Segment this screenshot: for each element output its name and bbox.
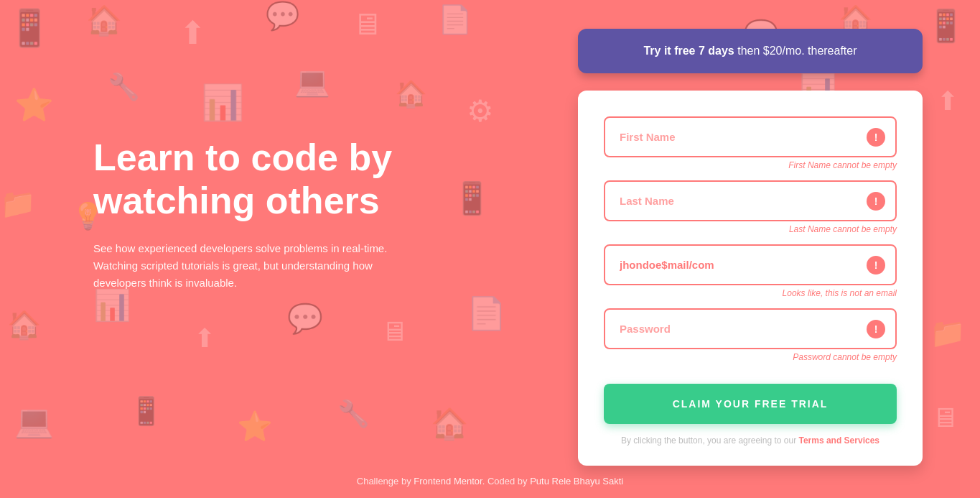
password-input[interactable]	[604, 308, 897, 349]
last-name-error-icon: !	[867, 192, 885, 211]
footer-coder-link[interactable]: Putu Rele Bhayu Sakti	[530, 476, 623, 487]
email-error-icon: !	[867, 256, 885, 275]
password-error-message: Password cannot be empty	[604, 352, 897, 362]
first-name-group: ! First Name cannot be empty	[604, 116, 897, 170]
first-name-input[interactable]	[604, 116, 897, 157]
email-wrapper: !	[604, 244, 897, 285]
subtext: See how experienced developers solve pro…	[93, 240, 402, 292]
footer-frontend-mentor-link[interactable]: Frontend Mentor	[414, 476, 482, 487]
first-name-wrapper: !	[604, 116, 897, 157]
terms-prefix: By clicking the button, you are agreeing…	[621, 435, 798, 446]
email-input[interactable]	[604, 244, 897, 285]
trial-banner: Try it free 7 days then $20/mo. thereaft…	[578, 29, 923, 73]
password-wrapper: !	[604, 308, 897, 349]
email-error-message: Looks like, this is not an email	[604, 288, 897, 298]
submit-button[interactable]: CLAIM YOUR FREE TRIAL	[604, 384, 897, 424]
terms-container: By clicking the button, you are agreeing…	[604, 435, 897, 446]
last-name-wrapper: !	[604, 180, 897, 221]
last-name-input[interactable]	[604, 180, 897, 221]
password-error-icon: !	[867, 320, 885, 338]
first-name-error-message: First Name cannot be empty	[604, 160, 897, 170]
last-name-error-message: Last Name cannot be empty	[604, 224, 897, 234]
password-group: ! Password cannot be empty	[604, 308, 897, 362]
right-panel: Try it free 7 days then $20/mo. thereaft…	[578, 29, 923, 466]
trial-bold-text: Try it free 7 days	[643, 45, 734, 57]
last-name-group: ! Last Name cannot be empty	[604, 180, 897, 234]
email-group: ! Looks like, this is not an email	[604, 244, 897, 298]
terms-link[interactable]: Terms and Services	[798, 435, 879, 446]
headline: Learn to code by watching others	[93, 137, 467, 223]
trial-regular-text: then $20/mo. thereafter	[734, 45, 857, 57]
left-panel: Learn to code by watching others See how…	[93, 22, 467, 292]
footer-challenge-text: Challenge by	[357, 476, 414, 487]
footer: Challenge by Frontend Mentor. Coded by P…	[0, 476, 980, 487]
form-card: ! First Name cannot be empty ! Last Name…	[578, 91, 923, 466]
first-name-error-icon: !	[867, 128, 885, 147]
footer-coded-by-text: . Coded by	[482, 476, 531, 487]
